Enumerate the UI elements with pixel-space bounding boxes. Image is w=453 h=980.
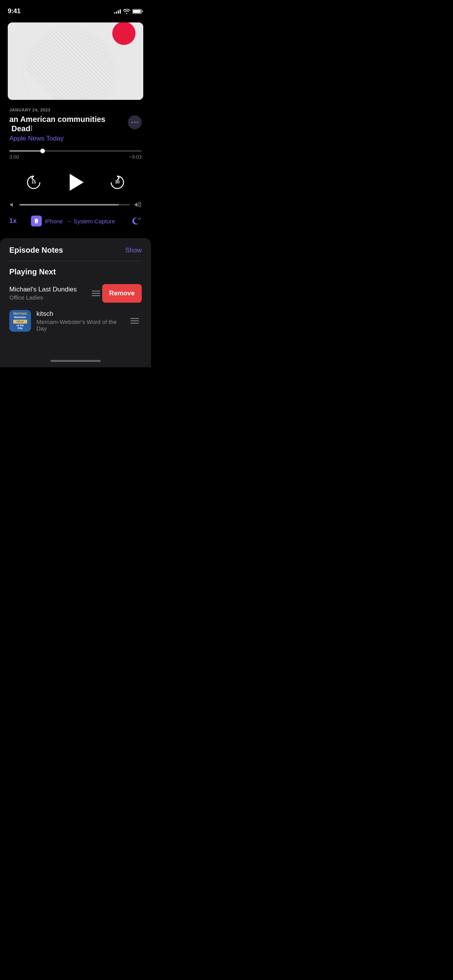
svg-rect-49 (36, 219, 37, 220)
artwork-wrapper (0, 22, 151, 100)
play-icon (70, 174, 84, 191)
svg-point-48 (36, 222, 37, 223)
queue-item-2-title: kitsch (36, 310, 122, 318)
podcast-name[interactable]: Apple News Today (9, 135, 142, 142)
volume-max-icon (134, 202, 142, 208)
artwork-lines (8, 22, 143, 100)
output-device-icon (31, 216, 42, 226)
progress-remaining: −9:03 (129, 154, 142, 160)
volume-slider[interactable] (19, 204, 130, 206)
progress-times: 3:00 −9:03 (9, 154, 142, 160)
volume-min-icon (9, 202, 15, 208)
progress-thumb[interactable] (40, 149, 45, 153)
home-indicator (0, 354, 151, 367)
episode-date: JANUARY 24, 2023 (9, 108, 142, 112)
queue-item-2-podcast: Merriam-Webster's Word of the Day (36, 319, 122, 332)
play-button[interactable] (64, 171, 87, 194)
playing-next-title: Playing Next (9, 261, 142, 281)
wifi-icon (123, 9, 130, 14)
episode-notes-section: Episode Notes Show (9, 246, 142, 261)
show-notes-button[interactable]: Show (125, 247, 142, 254)
bottom-panel: Episode Notes Show Playing Next Michael'… (0, 238, 151, 354)
queue-item: Michael's Last Dundies Office Ladies Rem… (9, 281, 142, 305)
playback-speed-button[interactable]: 1x (9, 217, 17, 225)
status-icons (114, 9, 143, 14)
more-options-button[interactable] (128, 115, 142, 129)
playback-options: 1x iPhone → System Capture zz (0, 215, 151, 238)
queue-item-2-thumbnail: Merriam Webster Word of the Day (9, 310, 31, 332)
home-indicator-bar (50, 360, 101, 362)
svg-text:zz: zz (138, 217, 141, 220)
svg-rect-1 (133, 10, 141, 13)
progress-bar[interactable] (9, 150, 142, 152)
episode-info: JANUARY 24, 2023 an American communities… (0, 100, 151, 142)
more-dots-icon (131, 122, 138, 123)
queue-item-2: Merriam Webster Word of the Day kitsch M… (9, 305, 142, 336)
svg-text:15: 15 (31, 180, 36, 184)
sleep-timer-button[interactable]: zz (129, 215, 142, 227)
queue-item-1-drag-handle[interactable] (89, 286, 103, 300)
episode-notes-title: Episode Notes (9, 246, 63, 255)
playback-controls: 15 30 (0, 160, 151, 202)
status-bar: 9:41 (0, 0, 151, 19)
queue-item-1-info: Michael's Last Dundies Office Ladies (9, 286, 99, 301)
status-time: 9:41 (8, 7, 21, 15)
queue-item-2-info: kitsch Merriam-Webster's Word of the Day (36, 310, 122, 332)
svg-point-44 (112, 22, 136, 45)
podcast-artwork (8, 22, 143, 100)
progress-current: 3:00 (9, 154, 19, 160)
episode-title-row: an American communities Deadl (9, 115, 142, 133)
signal-icon (114, 9, 121, 14)
battery-icon (132, 9, 143, 14)
volume-section (0, 202, 151, 208)
audio-output-button[interactable]: iPhone → System Capture (31, 216, 115, 226)
queue-item-1-podcast: Office Ladies (9, 294, 99, 301)
output-arrow-icon: → System Capture (66, 218, 115, 224)
remove-queue-item-button[interactable]: Remove (102, 284, 142, 303)
rewind-15-button[interactable]: 15 (23, 171, 45, 193)
svg-text:30: 30 (115, 180, 120, 184)
progress-section: 3:00 −9:03 (0, 150, 151, 160)
episode-title: an American communities Deadl (9, 115, 128, 133)
forward-30-button[interactable]: 30 (106, 171, 128, 193)
queue-item-1-title: Michael's Last Dundies (9, 286, 99, 293)
queue-item-2-drag-handle[interactable] (128, 314, 142, 328)
output-device-label: iPhone (45, 218, 63, 224)
